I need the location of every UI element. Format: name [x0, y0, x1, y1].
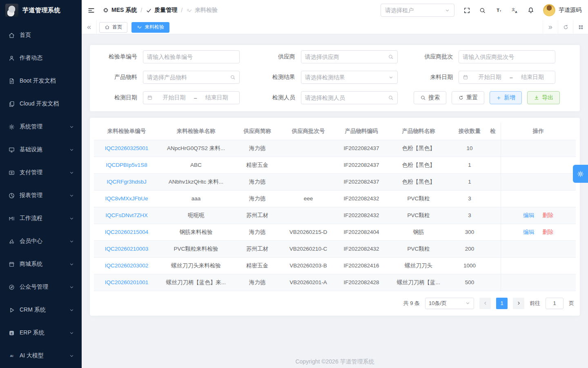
- inspection-code-link[interactable]: IQC20260210003: [105, 246, 149, 252]
- test-date-range[interactable]: 开始日期 – 结束日期: [143, 91, 240, 104]
- checklist-icon: [137, 25, 142, 30]
- delete-button[interactable]: 删除: [542, 212, 553, 218]
- search-icon[interactable]: [479, 7, 486, 14]
- cell-clipped: [490, 157, 501, 173]
- inspection-code-link[interactable]: IQCRFgr3hdsbJ: [107, 179, 147, 185]
- refresh-icon[interactable]: [558, 20, 573, 34]
- home-icon: [105, 25, 110, 30]
- inspection-code-link[interactable]: IQCDPBIp5v1S8: [106, 162, 147, 168]
- sidebar-item-label: 商城系统: [20, 260, 69, 268]
- theme-settings-button[interactable]: [573, 165, 588, 183]
- table-row: IQC20260210003 PVC颗粒来料检验 苏州工材 VB20260210…: [94, 240, 576, 257]
- end-date-placeholder[interactable]: 结束日期: [513, 74, 551, 81]
- next-page-button[interactable]: [513, 298, 524, 309]
- sidebar-item[interactable]: 会员中心: [0, 230, 82, 253]
- sidebar-item[interactable]: 首页: [0, 24, 82, 47]
- table-row: IQC20260203002 螺丝刀刀头来料检验 精密五金 VB20260203…: [94, 257, 576, 274]
- search-button[interactable]: 搜索: [414, 91, 446, 104]
- cell-clipped: [490, 207, 501, 224]
- arrival-date-range[interactable]: 开始日期 – 结束日期: [459, 71, 555, 84]
- cell-batch: [282, 157, 335, 173]
- goto-page-input[interactable]: [546, 298, 564, 309]
- breadcrumb-item-mes[interactable]: MES 系统: [102, 7, 137, 14]
- tabs-scroll-left-icon[interactable]: [82, 20, 97, 34]
- supplier-select[interactable]: [301, 50, 398, 63]
- translate-icon[interactable]: [511, 7, 519, 14]
- supplier-label: 供应商: [256, 53, 295, 61]
- material-select-field[interactable]: [147, 74, 227, 81]
- sidebar-item[interactable]: 商城系统: [0, 253, 82, 276]
- bell-icon[interactable]: [527, 7, 535, 14]
- cell-supplier: 海力德: [233, 224, 282, 240]
- sidebar-item[interactable]: AI 大模型: [0, 344, 82, 367]
- add-button[interactable]: 新增: [490, 91, 522, 104]
- tester-select-field[interactable]: [305, 94, 385, 101]
- sidebar-item[interactable]: 工作流程: [0, 207, 82, 230]
- result-select-field[interactable]: [305, 74, 386, 81]
- inspection-no-input[interactable]: [143, 50, 240, 63]
- sidebar-item[interactable]: 系统管理: [0, 115, 82, 138]
- sidebar-item[interactable]: Boot 开发文档: [0, 70, 82, 92]
- inspection-code-link[interactable]: IQC20260325001: [105, 145, 149, 151]
- reset-button[interactable]: 重置: [452, 91, 484, 104]
- inspection-no-field[interactable]: [147, 54, 236, 60]
- tabs-scroll-right-icon[interactable]: [543, 20, 558, 34]
- delete-button[interactable]: 删除: [542, 229, 553, 235]
- current-page-button[interactable]: 1: [496, 298, 508, 309]
- supplier-batch-field[interactable]: [463, 54, 551, 60]
- end-date-placeholder[interactable]: 结束日期: [198, 94, 236, 101]
- edit-button[interactable]: 编辑: [523, 229, 534, 235]
- export-button[interactable]: 导出: [527, 91, 560, 104]
- result-select[interactable]: [301, 71, 398, 84]
- page-content: 检验单编号 供应商 供应商批次: [82, 34, 588, 366]
- fullscreen-icon[interactable]: [463, 7, 470, 14]
- cell-actions: [501, 157, 576, 173]
- cell-clipped: [490, 240, 501, 257]
- sidebar-item[interactable]: 公众号管理: [0, 276, 82, 298]
- tab-incoming-inspection[interactable]: 来料检验: [131, 22, 169, 33]
- arrival-date-label: 来料日期: [414, 74, 453, 81]
- tenant-select[interactable]: [381, 4, 454, 17]
- chevron-down-icon: [69, 216, 74, 221]
- sidebar-item[interactable]: 支付管理: [0, 161, 82, 184]
- sidebar-menu: 首页 作者动态 Boot 开发文档 Cloud 开发文档: [0, 20, 82, 367]
- supplier-batch-input[interactable]: [459, 50, 555, 63]
- col-header-supplier: 供应商简称: [233, 123, 282, 140]
- inspection-code-link[interactable]: IQC20260203002: [105, 263, 149, 269]
- collapse-menu-icon[interactable]: [87, 7, 95, 14]
- breadcrumb-item-quality[interactable]: 质量管理: [146, 7, 177, 14]
- inspection-code-link[interactable]: IQCFsDNvt7ZHX: [105, 212, 148, 218]
- tab-home[interactable]: 首页: [99, 22, 127, 33]
- tester-select[interactable]: [301, 91, 398, 104]
- material-select[interactable]: [143, 71, 240, 84]
- cell-actions: [501, 257, 576, 274]
- page-size-select[interactable]: 10条/页: [425, 298, 474, 309]
- prev-page-button[interactable]: [479, 298, 491, 309]
- avatar[interactable]: [543, 4, 555, 16]
- layout-grid-icon[interactable]: [573, 20, 588, 34]
- sidebar-item[interactable]: Cloud 开发文档: [0, 92, 82, 115]
- inspection-code-link[interactable]: IQC8vMXxJFbUe: [105, 195, 148, 202]
- pagination: 共 9 条 10条/页 1 前往 页: [94, 291, 576, 312]
- sidebar-item[interactable]: 基础设施: [0, 138, 82, 161]
- sidebar-item[interactable]: 报表管理: [0, 184, 82, 207]
- edit-button[interactable]: 编辑: [523, 212, 534, 218]
- tenant-select-input[interactable]: [385, 7, 445, 13]
- navbar-right: 芋道源码: [381, 4, 581, 17]
- inspection-code-link[interactable]: IQC20260215004: [105, 229, 149, 235]
- inspection-code-link[interactable]: IQC20260201001: [105, 279, 149, 285]
- cell-name: 呃呃呃: [159, 207, 233, 224]
- copyright: Copyright ©2026 芋道管理系统: [90, 358, 580, 366]
- font-size-icon[interactable]: [494, 7, 502, 14]
- cell-actions: [501, 173, 576, 190]
- sidebar-item[interactable]: 作者动态: [0, 47, 82, 70]
- sidebar-item[interactable]: CRM 系统: [0, 298, 82, 321]
- start-date-placeholder[interactable]: 开始日期: [471, 74, 509, 81]
- chevron-left-icon: [483, 301, 488, 306]
- table-row: IQCFsDNvt7ZHX 呃呃呃 苏州工材 IF2022082432 PVC颗…: [94, 207, 576, 224]
- supplier-select-field[interactable]: [305, 54, 385, 60]
- username[interactable]: 芋道源码: [559, 7, 581, 14]
- cell-actions: [501, 240, 576, 257]
- start-date-placeholder[interactable]: 开始日期: [155, 94, 193, 101]
- sidebar-item[interactable]: ERP 系统: [0, 321, 82, 344]
